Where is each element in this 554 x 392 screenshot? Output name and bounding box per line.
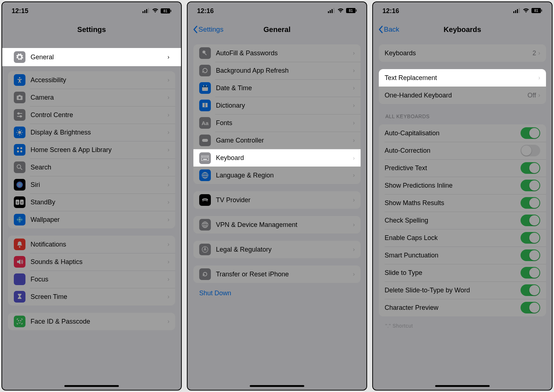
svg-rect-27 [20,151,22,152]
toggle-switch[interactable] [521,267,540,279]
chevron-right-icon: › [538,92,540,99]
toggle-switch[interactable] [521,162,540,174]
cellular-icon [513,7,521,15]
keyboards-screen: 12:16 81 Back Keyboards Keyboards 2 › Te… [372,1,553,391]
chevron-right-icon: › [353,246,355,253]
toggles-group: Auto-CapitalisationAuto-CorrectionPredic… [379,124,546,316]
toggle-switch[interactable] [521,232,540,244]
row-character-preview[interactable]: Character Preview [379,299,546,316]
svg-point-42 [20,320,21,321]
row-label: Transfer or Reset iPhone [216,271,353,278]
page-title: Keyboards [443,25,481,34]
row-label: Dictionary [216,102,353,109]
toggle-switch[interactable] [521,145,540,156]
row-dictionary[interactable]: Dictionary› [193,97,361,114]
row-siri[interactable]: Siri› [8,176,175,193]
toggle-switch[interactable] [521,180,540,191]
svg-line-20 [17,130,18,131]
back-button[interactable]: Settings [193,25,224,33]
row-transfer-or-reset-iphone[interactable]: Transfer or Reset iPhone› [193,265,361,283]
row-control-centre[interactable]: Control Centre› [8,106,175,124]
row-tv-provider[interactable]: TV Provider› [193,191,361,209]
row-search[interactable]: Search› [8,159,175,176]
general-group-2: TV Provider› [193,191,361,209]
svg-rect-76 [515,10,516,13]
page-title: General [264,25,290,34]
row-home-screen-app-library[interactable]: Home Screen & App Library› [8,141,175,159]
row-check-spelling[interactable]: Check Spelling [379,212,546,229]
battery-icon: 81 [531,7,542,15]
home-indicator[interactable] [435,385,490,387]
row-keyboard[interactable]: Keyboard › [193,149,361,167]
clock: 12:16 [382,7,399,15]
accessibility-icon [14,74,25,86]
row-label: Show Maths Results [385,199,521,207]
back-button[interactable]: Back [378,25,399,33]
svg-point-59 [206,140,207,140]
chevron-right-icon: › [168,94,169,101]
row-one-handed[interactable]: One-Handed Keyboard Off › [379,87,546,104]
row-fonts[interactable]: AaFonts› [193,114,361,132]
svg-rect-43 [328,11,329,13]
row-enable-caps-lock[interactable]: Enable Caps Lock [379,229,546,247]
row-camera[interactable]: Camera› [8,89,175,106]
row-game-controller[interactable]: Game Controller› [193,132,361,149]
back-label: Back [384,25,399,33]
row-auto-capitalisation[interactable]: Auto-Capitalisation [379,124,546,142]
svg-rect-64 [205,157,206,157]
chevron-right-icon: › [168,216,169,223]
home-indicator[interactable] [64,385,119,387]
toggle-switch[interactable] [521,197,540,209]
toggle-switch[interactable] [521,249,540,261]
chevron-right-icon: › [353,172,355,179]
toggle-switch[interactable] [521,215,540,226]
row-wallpaper[interactable]: Wallpaper› [8,211,175,228]
general-group-5: Transfer or Reset iPhone› [193,265,361,283]
toggle-switch[interactable] [521,284,540,296]
row-standby[interactable]: 94StandBy› [8,193,175,211]
row-notifications[interactable]: Notifications› [8,236,175,253]
svg-rect-24 [17,147,19,149]
row-sounds-haptics[interactable]: Sounds & Haptics› [8,253,175,271]
row-focus[interactable]: Focus› [8,271,175,288]
row-auto-correction[interactable]: Auto-Correction [379,142,546,159]
home-indicator[interactable] [250,385,304,387]
row-value: 2 [533,49,536,57]
row-date-time[interactable]: Date & Time› [193,79,361,97]
book-icon [199,100,211,111]
row-slide-to-type[interactable]: Slide to Type [379,264,546,281]
row-show-predictions-inline[interactable]: Show Predictions Inline [379,177,546,194]
row-language-region[interactable]: Language & Region› [193,167,361,184]
row-vpn-device-management[interactable]: VPN & Device Management› [193,216,361,233]
svg-rect-51 [204,53,207,55]
shut-down-button[interactable]: Shut Down [188,283,366,304]
row-background-app-refresh[interactable]: Background App Refresh› [193,62,361,79]
row-text-replacement[interactable]: Text Replacement › [379,69,546,87]
row-accessibility[interactable]: Accessibility› [8,71,175,89]
row-legal-regulatory[interactable]: Legal & Regulatory› [193,241,361,258]
row-autofill-passwords[interactable]: AutoFill & Passwords› [193,44,361,62]
row-delete-slide-to-type-by-word[interactable]: Delete Slide-to-Type by Word [379,281,546,299]
row-smart-punctuation[interactable]: Smart Punctuation [379,247,546,264]
row-label: Accessibility [31,76,168,84]
row-label: Wallpaper [31,216,168,224]
cellular-icon [142,7,150,15]
svg-point-15 [18,131,21,134]
key-icon [199,47,211,59]
chevron-right-icon: › [168,112,169,118]
row-face-id-passcode[interactable]: Face ID & Passcode› [8,313,175,330]
row-screen-time[interactable]: Screen Time› [8,288,175,305]
row-show-maths-results[interactable]: Show Maths Results [379,194,546,212]
row-display-brightness[interactable]: Display & Brightness› [8,124,175,141]
row-keyboards[interactable]: Keyboards 2 › [379,44,546,62]
row-label: StandBy [31,199,168,206]
row-general[interactable]: General › [2,48,181,66]
toggle-switch[interactable] [521,127,540,139]
row-predictive-text[interactable]: Predictive Text [379,159,546,177]
row-label: Camera [31,94,168,101]
wifi-icon [523,7,529,15]
svg-point-14 [20,116,21,117]
row-label: Game Controller [216,137,353,144]
toggle-switch[interactable] [521,302,540,313]
svg-point-38 [20,219,23,221]
